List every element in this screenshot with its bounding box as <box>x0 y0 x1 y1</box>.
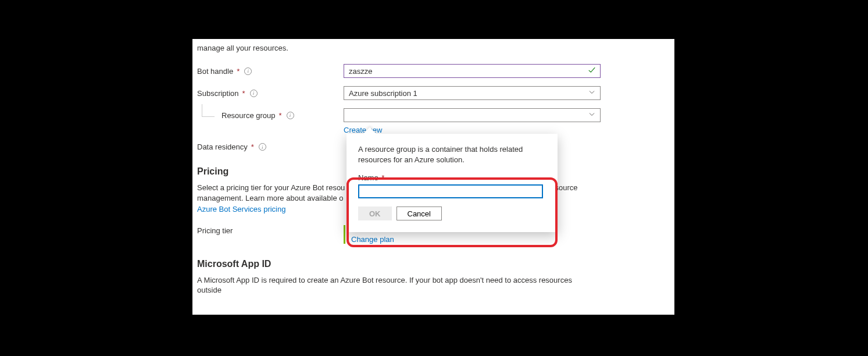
row-subscription: Subscription * i Azure subscription 1 <box>197 86 674 100</box>
info-icon[interactable]: i <box>250 90 258 97</box>
pricing-link[interactable]: Azure Bot Services pricing <box>197 204 285 215</box>
required-asterisk: * <box>237 67 240 76</box>
subscription-select[interactable]: Azure subscription 1 <box>344 86 601 100</box>
row-resource-group: Resource group * i <box>197 108 674 122</box>
label-resource-group: Resource group * i <box>197 111 344 120</box>
label-subscription: Subscription * i <box>197 89 344 98</box>
chevron-down-icon <box>588 89 595 98</box>
required-asterisk: * <box>279 111 282 120</box>
pricing-tier-label: Pricing tier <box>197 225 344 244</box>
cancel-button[interactable]: Cancel <box>397 207 442 220</box>
ok-button[interactable]: OK <box>358 207 392 220</box>
bot-handle-input[interactable] <box>344 64 601 78</box>
label-bot-handle: Bot handle * i <box>197 67 344 76</box>
info-icon[interactable]: i <box>244 67 252 75</box>
required-asterisk: * <box>242 89 245 98</box>
intro-text: manage all your resources. <box>197 44 674 52</box>
required-asterisk: * <box>251 143 254 151</box>
info-icon[interactable]: i <box>259 143 266 151</box>
popover-name-label: Name * <box>358 173 546 182</box>
app-id-heading: Microsoft App ID <box>197 259 674 269</box>
chevron-down-icon <box>588 111 595 120</box>
change-plan-link[interactable]: Change plan <box>351 235 394 244</box>
resource-group-name-input[interactable] <box>358 184 543 198</box>
info-icon[interactable]: i <box>287 112 294 119</box>
label-data-residency: Data residency * i <box>197 143 344 151</box>
row-bot-handle: Bot handle * i <box>197 64 674 78</box>
required-asterisk: * <box>381 173 384 182</box>
popover-description: A resource group is a container that hol… <box>358 144 546 165</box>
app-id-description: A Microsoft App ID is required to create… <box>197 275 581 296</box>
create-resource-group-popover: A resource group is a container that hol… <box>347 134 558 232</box>
indent-connector <box>202 104 215 117</box>
resource-group-select[interactable] <box>344 108 601 122</box>
